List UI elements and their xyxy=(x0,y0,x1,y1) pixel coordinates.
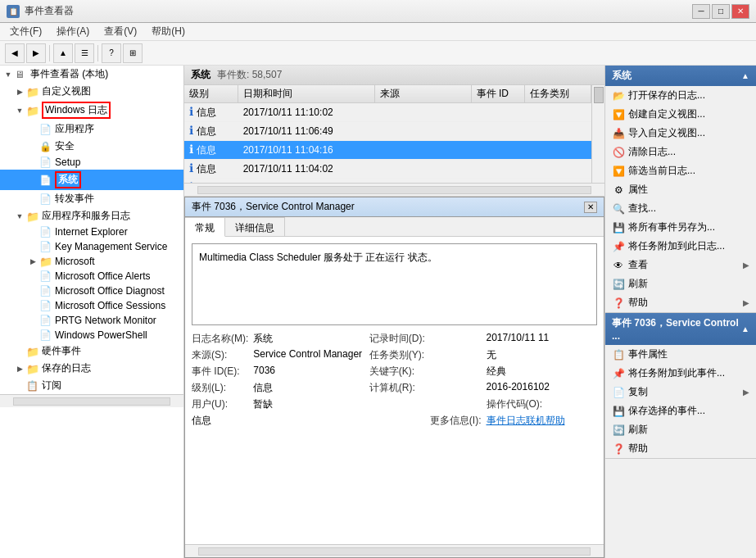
back-button[interactable]: ◀ xyxy=(5,43,25,63)
event-id-label: 事件 ID(E): xyxy=(192,365,248,379)
rp-item-create-view[interactable]: 🔽 创建自定义视图... xyxy=(605,105,756,124)
info-icon: ℹ xyxy=(189,143,193,156)
more-info-link[interactable]: 事件日志联机帮助 xyxy=(487,414,598,428)
vscroll-thumb[interactable] xyxy=(594,87,604,103)
rp-header-event: 事件 7036，Service Control ... ▲ xyxy=(605,313,756,345)
sidebar-item-microsoft[interactable]: ▶ 📁 Microsoft xyxy=(0,254,183,269)
cell-source xyxy=(375,103,472,122)
rp-item-event-props[interactable]: 📋 事件属性 xyxy=(605,345,756,364)
rp-collapse-system[interactable]: ▲ xyxy=(741,71,749,80)
sidebar-label-app: 应用程序 xyxy=(55,122,94,136)
sidebar-item-system[interactable]: 📄 系统 xyxy=(0,170,183,190)
sidebar-item-security[interactable]: 🔒 安全 xyxy=(0,138,183,155)
col-source[interactable]: 来源 xyxy=(375,85,472,103)
expand-root[interactable]: ▼ xyxy=(2,70,15,79)
dialog-hscrollbar[interactable] xyxy=(198,547,591,556)
user-value: 暂缺 xyxy=(253,397,364,411)
minimize-button[interactable]: ─ xyxy=(692,4,710,19)
titlebar-buttons[interactable]: ─ □ ✕ xyxy=(692,4,749,19)
vscroll-event-list[interactable] xyxy=(591,85,604,183)
up-button[interactable]: ▲ xyxy=(53,43,73,63)
expand-security xyxy=(26,143,39,151)
rp-item-refresh2[interactable]: 🔄 刷新 xyxy=(605,420,756,439)
col-id[interactable]: 事件 ID xyxy=(471,85,525,103)
expand-microsoft[interactable]: ▶ xyxy=(26,257,39,265)
rp-item-refresh[interactable]: 🔄 刷新 xyxy=(605,274,756,293)
col-datetime[interactable]: 日期和时间 xyxy=(238,85,375,103)
rp-label-event-props: 事件属性 xyxy=(628,347,668,361)
sidebar-item-kms[interactable]: 📄 Key Management Service xyxy=(0,239,183,254)
rp-item-open-log[interactable]: 📂 打开保存的日志... xyxy=(605,86,756,105)
table-row-selected[interactable]: ℹ信息 2017/10/11 11:04:16 xyxy=(184,141,591,160)
expand-forwarded xyxy=(26,195,39,203)
sidebar-item-root[interactable]: ▼ 🖥 事件查看器 (本地) xyxy=(0,66,183,83)
sidebar-item-setup[interactable]: 📄 Setup xyxy=(0,155,183,170)
sidebar-item-office-alerts[interactable]: 📄 Microsoft Office Alerts xyxy=(0,269,183,284)
sidebar-scrollbar[interactable] xyxy=(13,397,170,406)
sidebar-item-saved[interactable]: ▶ 📁 保存的日志 xyxy=(0,360,183,377)
menubar: 文件(F) 操作(A) 查看(V) 帮助(H) xyxy=(0,23,756,41)
expand-office-sessions xyxy=(26,302,39,310)
rp-item-help[interactable]: ❓ 帮助 ▶ xyxy=(605,293,756,312)
more-info-label: 更多信息(I): xyxy=(430,414,482,428)
sidebar-item-apps-services[interactable]: ▼ 📁 应用程序和服务日志 xyxy=(0,207,183,225)
sidebar-item-ie[interactable]: 📄 Internet Explorer xyxy=(0,225,183,239)
dialog-close-button[interactable]: ✕ xyxy=(584,202,597,213)
sidebar-item-windows-logs[interactable]: ▼ 📁 Windows 日志 xyxy=(0,100,183,120)
menu-help[interactable]: 帮助(H) xyxy=(145,23,192,40)
table-row[interactable]: ℹ信息 2017/10/11 11:06:49 xyxy=(184,122,591,141)
tab-details[interactable]: 详细信息 xyxy=(225,217,285,236)
menu-action[interactable]: 操作(A) xyxy=(50,23,96,40)
rp-item-view[interactable]: 👁 查看 ▶ xyxy=(605,256,756,274)
cell-source xyxy=(375,122,472,141)
rp-item-clear-log[interactable]: 🚫 清除日志... xyxy=(605,143,756,161)
rp-section-system: 系统 ▲ 📂 打开保存的日志... 🔽 创建自定义视图... 📥 导入自定义视图… xyxy=(605,66,756,313)
menu-view[interactable]: 查看(V) xyxy=(97,23,143,40)
table-row[interactable]: ℹ信息 2017/10/11 11:04:02 xyxy=(184,160,591,179)
tab-general[interactable]: 常规 xyxy=(185,217,225,237)
sidebar-item-forwarded[interactable]: 📄 转发事件 xyxy=(0,190,183,207)
sidebar-item-subscriptions[interactable]: 📋 订阅 xyxy=(0,377,183,394)
forward-button[interactable]: ▶ xyxy=(26,43,46,63)
sidebar-item-application[interactable]: 📄 应用程序 xyxy=(0,120,183,138)
expand-saved[interactable]: ▶ xyxy=(13,365,26,373)
expand-apps-services[interactable]: ▼ xyxy=(13,212,26,220)
folder-icon-custom: 📁 xyxy=(26,86,39,98)
sidebar-item-office-diag[interactable]: 📄 Microsoft Office Diagnost xyxy=(0,284,183,298)
rp-item-filter-log[interactable]: 🔽 筛选当前日志... xyxy=(605,161,756,180)
sidebar-item-office-sessions[interactable]: 📄 Microsoft Office Sessions xyxy=(0,298,183,313)
menu-file[interactable]: 文件(F) xyxy=(3,23,48,40)
col-category[interactable]: 任务类别 xyxy=(525,85,591,103)
log-name-label: 日志名称(M): xyxy=(192,332,248,346)
sidebar-item-custom[interactable]: ▶ 📁 自定义视图 xyxy=(0,83,183,100)
sidebar-item-powershell[interactable]: 📄 Windows PowerShell xyxy=(0,328,183,343)
rp-item-help2[interactable]: ❓ 帮助 xyxy=(605,439,756,458)
rp-item-properties[interactable]: ⚙ 属性 xyxy=(605,180,756,199)
sidebar-item-prtg[interactable]: 📄 PRTG Network Monitor xyxy=(0,313,183,328)
titlebar-left: 📋 事件查看器 xyxy=(7,4,74,18)
expand-custom[interactable]: ▶ xyxy=(13,88,26,96)
close-button[interactable]: ✕ xyxy=(731,4,749,19)
table-row[interactable]: ℹ信息 2017/10/11 11:10:02 xyxy=(184,103,591,122)
event-list-pane: 系统 事件数: 58,507 级别 日期和时间 来源 事件 ID 任务类别 xyxy=(184,66,604,197)
event-list-hscrollbar[interactable] xyxy=(197,186,591,194)
rp-item-find[interactable]: 🔍 查找... xyxy=(605,199,756,218)
rp-item-copy[interactable]: 📄 复制 ▶ xyxy=(605,383,756,401)
show-hide-button[interactable]: ☰ xyxy=(75,43,94,63)
rp-item-attach-task-event[interactable]: 📌 将任务附加到此事件... xyxy=(605,364,756,383)
sidebar-item-hardware[interactable]: 📁 硬件事件 xyxy=(0,343,183,360)
rp-item-save-all[interactable]: 💾 将所有事件另存为... xyxy=(605,218,756,237)
event-table-scroll[interactable]: 级别 日期和时间 来源 事件 ID 任务类别 ℹ信息 2017/10/11 11… xyxy=(184,85,591,183)
rp-item-attach-task-log[interactable]: 📌 将任务附加到此日志... xyxy=(605,237,756,256)
custom-view-button[interactable]: ⊞ xyxy=(123,43,143,63)
cell-category xyxy=(525,160,591,179)
dialog-fields: 日志名称(M): 系统 记录时间(D): 2017/10/11 11 来源(S)… xyxy=(192,332,597,428)
help-button[interactable]: ? xyxy=(102,43,121,63)
refresh2-icon: 🔄 xyxy=(612,424,625,437)
col-level[interactable]: 级别 xyxy=(184,85,238,103)
expand-windows-logs[interactable]: ▼ xyxy=(13,107,26,115)
rp-item-save-event[interactable]: 💾 保存选择的事件... xyxy=(605,401,756,420)
rp-item-import-view[interactable]: 📥 导入自定义视图... xyxy=(605,124,756,143)
maximize-button[interactable]: □ xyxy=(712,4,730,19)
rp-collapse-event[interactable]: ▲ xyxy=(741,324,749,333)
